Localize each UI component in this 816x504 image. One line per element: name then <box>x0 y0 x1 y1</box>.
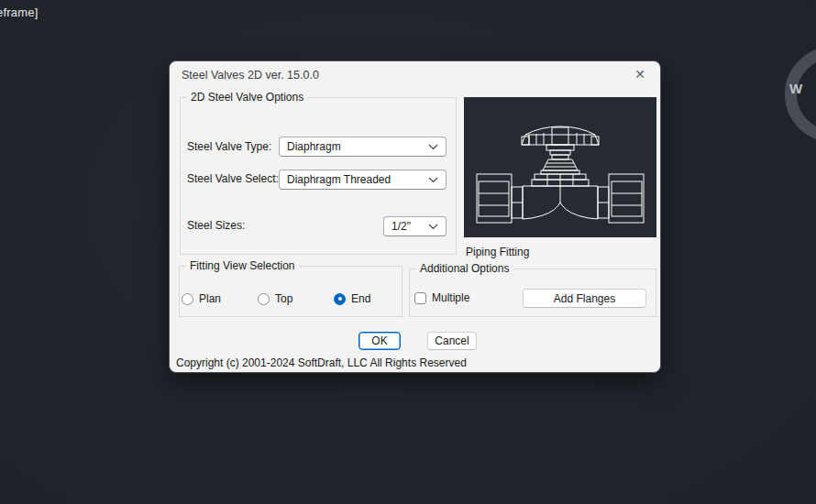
chevron-down-icon <box>428 144 438 150</box>
viewport-style-label[interactable]: eframe] <box>0 5 38 19</box>
radio-plan[interactable]: Plan <box>182 292 221 305</box>
dialog-title: Steel Valves 2D ver. 15.0.0 <box>182 69 319 82</box>
close-icon[interactable]: ✕ <box>632 66 648 82</box>
app-canvas: { "canvas": { "viewport_label_fragment":… <box>0 0 816 504</box>
add-flanges-button[interactable]: Add Flanges <box>523 289 646 308</box>
cancel-button[interactable]: Cancel <box>427 332 477 350</box>
steel-sizes-label: Steel Sizes: <box>187 219 245 232</box>
multiple-checkbox-label: Multiple <box>432 291 469 304</box>
ok-button[interactable]: OK <box>358 332 401 350</box>
steel-sizes-dropdown[interactable]: 1/2" <box>383 216 447 236</box>
radio-end-label: End <box>351 292 370 305</box>
valve-select-value: Diaphragm Threaded <box>287 173 391 186</box>
valve-type-value: Diaphragm <box>287 140 341 153</box>
valve-select-dropdown[interactable]: Diaphragm Threaded <box>279 170 447 190</box>
valve-wireframe-drawing <box>464 97 656 237</box>
copyright-text: Copyright (c) 2001-2024 SoftDraft, LLC A… <box>176 356 467 369</box>
compass-west-label[interactable]: W <box>789 81 802 96</box>
preview-caption: Piping Fitting <box>466 246 529 258</box>
radio-top[interactable]: Top <box>258 292 292 305</box>
radio-end-circle[interactable] <box>334 293 346 305</box>
radio-top-circle[interactable] <box>258 293 270 305</box>
radio-end[interactable]: End <box>334 292 370 305</box>
chevron-down-icon <box>428 224 438 230</box>
valve-options-group-label: 2D Steel Valve Options <box>187 91 307 104</box>
multiple-checkbox-box[interactable] <box>414 292 426 304</box>
valve-type-dropdown[interactable]: Diaphragm <box>279 137 447 157</box>
radio-plan-circle[interactable] <box>182 293 193 305</box>
steel-valves-dialog: Steel Valves 2D ver. 15.0.0 ✕ 2D Steel V… <box>169 60 661 373</box>
steel-sizes-value: 1/2" <box>391 220 411 233</box>
valve-preview-image <box>464 97 656 237</box>
fitting-view-group-label: Fitting View Selection <box>186 259 299 272</box>
valve-type-label: Steel Valve Type: <box>187 140 271 153</box>
additional-options-group-label: Additional Options <box>416 262 513 275</box>
radio-plan-label: Plan <box>199 292 221 305</box>
fitting-view-group: Fitting View Selection <box>179 266 402 317</box>
radio-top-label: Top <box>275 292 292 305</box>
valve-select-label: Steel Valve Select: <box>187 172 279 185</box>
chevron-down-icon <box>428 177 438 183</box>
multiple-checkbox[interactable]: Multiple <box>414 291 469 304</box>
